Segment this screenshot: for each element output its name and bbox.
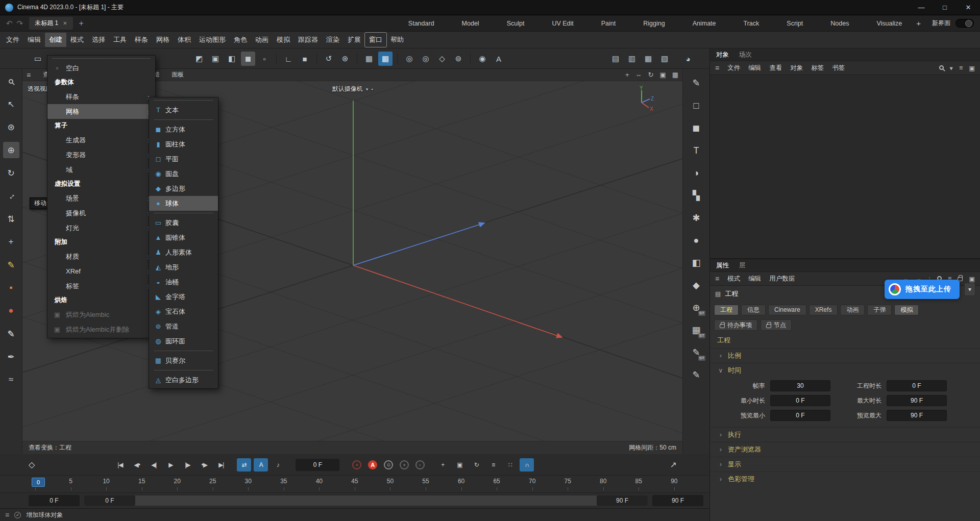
render-settings-icon[interactable]: ▧ (657, 52, 672, 66)
om-menu-object[interactable]: 对象 (790, 64, 803, 72)
next-key-button[interactable]: •▶ (197, 458, 211, 472)
brush-st-icon[interactable]: ✎ST (688, 344, 705, 361)
record-circle-2[interactable]: ◐ (415, 460, 425, 469)
menu-select[interactable]: 选择 (88, 33, 109, 47)
menu-simulate[interactable]: 模拟 (273, 33, 294, 47)
pan-icon[interactable]: + (625, 71, 629, 79)
om-menu-file[interactable]: 文件 (727, 64, 740, 72)
project-duration-field[interactable]: 0 F (887, 380, 947, 391)
annotate-icon[interactable]: A (492, 52, 506, 66)
rotation-toggle[interactable]: ↻ (469, 458, 483, 472)
filter-icon[interactable]: ≡ (959, 64, 963, 71)
axis-mode-icon[interactable]: ∟ (281, 52, 296, 66)
tab-takes[interactable]: 场次 (739, 51, 752, 59)
next-frame-button[interactable]: |▶ (180, 458, 194, 472)
new-ui-label[interactable]: 新界面 (932, 19, 950, 28)
om-menu-view[interactable]: 查看 (769, 64, 782, 72)
mode-tab-bullet[interactable]: 子弹 (867, 305, 892, 315)
add-tab-button[interactable]: + (79, 19, 84, 28)
prev-key-button[interactable]: ◀• (130, 458, 144, 472)
menu-mode[interactable]: 模式 (66, 33, 88, 47)
menu-render[interactable]: 渲染 (322, 33, 344, 47)
sound-icon[interactable]: ♪ (271, 458, 285, 472)
layout-script[interactable]: Script (787, 20, 803, 27)
dropdown-icon[interactable]: ▾ (950, 64, 953, 72)
menu-item-cube[interactable]: ◼ 立方体 (149, 122, 218, 137)
group-scale[interactable]: › 比例 (710, 348, 980, 363)
goto-end-button[interactable]: ▶| (214, 458, 228, 472)
prism-icon[interactable]: ◆ (688, 277, 705, 293)
timeline-ruler[interactable]: 0 0 5 10 15 20 25 30 35 40 45 50 55 60 6… (0, 476, 709, 493)
volume-builder-icon[interactable]: ▚ (688, 187, 705, 204)
panel-icon[interactable]: ▣ (969, 64, 975, 72)
quantize-icon[interactable]: ◇ (435, 52, 449, 66)
menu-item-torus[interactable]: ◍ 圆环面 (149, 334, 218, 349)
layout-track[interactable]: Track (744, 20, 760, 27)
sphere-dark-icon[interactable]: ● (688, 232, 705, 249)
range-slider[interactable]: 0 F 90 F (84, 495, 648, 506)
menu-create[interactable]: 创建 (45, 33, 66, 47)
menu-item-cylinder[interactable]: ▮ 圆柱体 (149, 137, 218, 152)
fcurve-icon[interactable]: ↗ (670, 460, 677, 469)
group-asset-browser[interactable]: › 资产浏览器 (710, 442, 980, 457)
pencil-gray-icon[interactable]: ✎ (688, 367, 705, 383)
panel-icon[interactable]: ▣ (969, 275, 975, 283)
edges-mode-icon[interactable]: ◧ (225, 52, 239, 66)
magnet-icon[interactable]: ⊚ (451, 52, 465, 66)
model-mode-icon[interactable]: ▫ (257, 52, 272, 66)
snap-3d-icon[interactable]: ◎ (402, 52, 416, 66)
rectangle-spline-icon[interactable]: □ (688, 97, 705, 114)
snap-2d-icon[interactable]: ◎ (419, 52, 433, 66)
tab-close-icon[interactable]: ✕ (63, 20, 67, 26)
framerate-field[interactable]: 30 (770, 380, 830, 391)
am-menu-icon[interactable]: ≡ (715, 275, 719, 283)
render-sphere-icon[interactable]: ◕ (681, 52, 695, 66)
checker-sphere-icon[interactable]: ◑ (688, 165, 705, 181)
menu-item-sphere[interactable]: ● 球体 (149, 196, 218, 211)
menu-item-polygon[interactable]: ◆ 多边形 (149, 181, 218, 196)
mode-tab-animation[interactable]: 动画 (840, 305, 865, 315)
maximize-view-icon[interactable]: ▣ (659, 71, 666, 79)
camera-menu-icon[interactable]: ▾ (366, 87, 369, 92)
group-time[interactable]: ∨ 时间 (710, 363, 980, 378)
orbit-icon[interactable]: ↻ (648, 71, 654, 79)
search-icon[interactable] (939, 64, 944, 71)
menu-item-platonic[interactable]: ◈ 宝石体 (149, 304, 218, 319)
tab-objects[interactable]: 对象 (716, 51, 729, 59)
menu-item-text[interactable]: T 文本 (149, 103, 218, 117)
menu-tracker[interactable]: 跟踪器 (294, 33, 322, 47)
menu-item-material[interactable]: 材质 › (47, 249, 155, 264)
group-display[interactable]: › 显示 (710, 457, 980, 472)
prev-frame-button[interactable]: ◀| (146, 458, 161, 472)
workplane-gear-icon[interactable]: ⊛ (338, 52, 352, 66)
autokey-button[interactable]: A (368, 460, 377, 469)
ink-pen-icon[interactable]: ✒ (3, 349, 19, 365)
menu-item-capsule[interactable]: ▭ 胶囊 (149, 215, 218, 230)
poly-pen-icon[interactable]: ◧ (688, 255, 705, 271)
mode-tab-xrefs[interactable]: XRefs (809, 305, 838, 315)
menu-item-deformers[interactable]: 变形器 › (47, 147, 155, 162)
om-menu-bookmarks[interactable]: 书签 (832, 64, 845, 72)
text-object-icon[interactable]: T (688, 142, 705, 159)
workplane-grid-icon[interactable]: ▦ (362, 52, 376, 66)
search-icon[interactable] (3, 73, 19, 89)
render-team-icon[interactable]: ▦ (641, 52, 655, 66)
parameter-toggle[interactable]: ≡ (486, 458, 500, 472)
play-button[interactable]: ▶ (163, 458, 178, 472)
layout-nodes[interactable]: Nodes (830, 20, 849, 27)
globe-icon[interactable]: ⊕ST (688, 300, 705, 316)
layout-standard[interactable]: Standard (408, 20, 434, 27)
preview-max-field[interactable]: 90 F (887, 410, 947, 421)
status-menu-icon[interactable]: ≡ (5, 511, 9, 519)
polygons-mode-icon[interactable]: ◼ (241, 52, 255, 66)
loop-toggle[interactable]: ⇄ (237, 458, 251, 472)
menu-item-figure[interactable]: ♟ 人形素体 (149, 245, 218, 260)
marker-tool-icon[interactable]: ▪ (3, 280, 19, 296)
preview-min-field[interactable]: 0 F (770, 410, 830, 421)
mode-tab-info[interactable]: 信息 (741, 305, 766, 315)
mode-tab-cineware[interactable]: Cineware (768, 305, 806, 315)
close-button[interactable]: ✕ (957, 0, 980, 15)
menu-item-bake-alembic-delete[interactable]: ▣ 烘焙为Alembic并删除 (47, 322, 155, 337)
zoom-icon[interactable]: ⇔ (635, 71, 642, 79)
tear-off-handle[interactable] (53, 58, 150, 59)
